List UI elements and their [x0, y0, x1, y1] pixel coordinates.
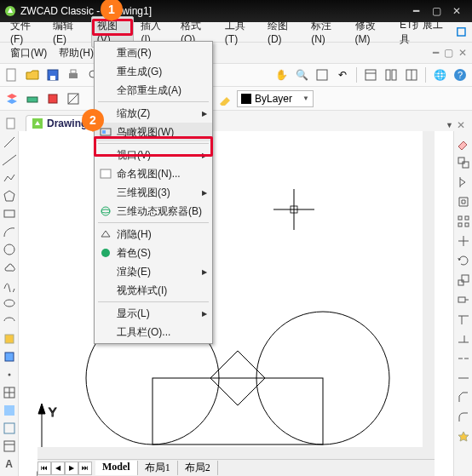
menu-hide[interactable]: 消隐(H) — [95, 225, 212, 244]
menu-file[interactable]: 文件(F) — [5, 17, 46, 47]
print-icon[interactable] — [65, 66, 82, 83]
tab-close-icon[interactable]: ✕ — [457, 119, 465, 131]
svg-rect-33 — [4, 210, 14, 217]
extend-tool-icon[interactable] — [455, 330, 472, 347]
make-block-icon[interactable] — [2, 349, 17, 364]
point-tool-icon[interactable] — [2, 367, 17, 382]
revcloud-tool-icon[interactable] — [2, 260, 17, 275]
spline-tool-icon[interactable] — [2, 278, 17, 293]
polyline-tool-icon[interactable] — [2, 170, 17, 186]
layout-tabstrip: ⏮ ◀ ▶ ⏭ Model 布局1 布局2 — [37, 459, 435, 476]
vertical-scrollbar[interactable] — [423, 131, 435, 447]
layout-tab-layout2[interactable]: 布局2 — [178, 461, 218, 475]
new-tab-icon[interactable] — [3, 116, 19, 131]
layout-tab-layout1[interactable]: 布局1 — [138, 461, 178, 475]
menu-3dview[interactable]: 三维视图(3)▶ — [95, 183, 212, 202]
mdi-minimize-button[interactable]: ━ — [433, 47, 439, 59]
polygon-tool-icon[interactable] — [2, 188, 17, 204]
designcenter-icon[interactable] — [383, 66, 400, 83]
menu-display[interactable]: 显示(L)▶ — [95, 304, 212, 323]
horizontal-scrollbar[interactable] — [37, 447, 435, 459]
new-icon[interactable] — [3, 66, 20, 83]
tab-nav-last-icon[interactable]: ⏭ — [78, 462, 92, 475]
join-tool-icon[interactable] — [455, 370, 472, 387]
gradient-tool-icon[interactable] — [2, 403, 17, 418]
tab-nav-next-icon[interactable]: ▶ — [65, 462, 78, 475]
zoom-window-icon[interactable] — [314, 66, 331, 83]
menu-extensions[interactable]: ET扩展工具 — [394, 16, 454, 49]
layout-tab-model[interactable]: Model — [95, 461, 138, 475]
mirror-tool-icon[interactable] — [455, 174, 472, 191]
xline-tool-icon[interactable] — [2, 152, 17, 168]
color-dropdown[interactable]: ByLayer ▼ — [237, 90, 314, 107]
menu-named-views[interactable]: 命名视图(N)... — [95, 164, 212, 183]
copy-tool-icon[interactable] — [455, 154, 472, 171]
chamfer-tool-icon[interactable] — [455, 389, 472, 406]
insert-block-icon[interactable] — [2, 331, 17, 347]
open-icon[interactable] — [24, 66, 41, 83]
array-tool-icon[interactable] — [455, 213, 472, 230]
erase-tool-icon[interactable] — [455, 135, 472, 152]
xref-icon[interactable] — [24, 90, 41, 107]
line-tool-icon[interactable] — [2, 135, 17, 150]
properties-icon[interactable] — [362, 66, 379, 83]
trim-tool-icon[interactable] — [455, 311, 472, 328]
svg-rect-43 — [4, 423, 14, 433]
drawing-canvas[interactable]: Y X ⏮ ◀ ▶ ⏭ Model 布局1 布局2 — [19, 131, 453, 476]
menu-zoom[interactable]: 缩放(Z)▶ — [95, 104, 212, 123]
menu-help[interactable]: 帮助(H) — [54, 44, 99, 62]
hatch-tool-icon[interactable] — [2, 385, 17, 400]
hatch-icon[interactable] — [65, 90, 82, 107]
svg-rect-2 — [7, 69, 15, 81]
calculator-icon[interactable]: 🌐 — [431, 66, 448, 83]
ellipse-tool-icon[interactable] — [2, 295, 17, 311]
menu-shade[interactable]: 着色(S) — [95, 244, 212, 262]
fillet-tool-icon[interactable] — [455, 409, 472, 426]
menu-redraw[interactable]: 重画(R) — [95, 43, 212, 62]
zoom-realtime-icon[interactable]: 🔍 — [293, 66, 310, 83]
text-tool-icon[interactable]: A — [2, 456, 17, 472]
arc-tool-icon[interactable] — [2, 224, 17, 239]
scale-tool-icon[interactable] — [455, 272, 472, 289]
help-icon[interactable]: ? — [452, 66, 469, 83]
explode-tool-icon[interactable] — [455, 428, 472, 445]
menu-draw[interactable]: 绘图(D) — [262, 17, 304, 47]
menu-tools[interactable]: 工具(T) — [220, 17, 261, 47]
menu-viewport[interactable]: 视口(V)▶ — [95, 146, 212, 164]
menu-visual-styles[interactable]: 视觉样式(I) — [95, 281, 212, 300]
toolpalette-icon[interactable] — [403, 66, 420, 83]
stretch-tool-icon[interactable] — [455, 291, 472, 308]
menu-regen[interactable]: 重生成(G) — [95, 62, 212, 81]
layer-manager-icon[interactable] — [3, 90, 20, 107]
menu-regen-all[interactable]: 全部重生成(A) — [95, 81, 212, 100]
menu-3dorbit[interactable]: 三维动态观察器(B) — [95, 202, 212, 221]
ellipsearc-tool-icon[interactable] — [2, 313, 17, 329]
offset-tool-icon[interactable] — [455, 193, 472, 210]
block-icon[interactable] — [44, 90, 61, 107]
menu-annotate[interactable]: 标注(N) — [306, 17, 348, 47]
rectangle-tool-icon[interactable] — [2, 206, 17, 221]
tab-dropdown-icon[interactable]: ▼ — [446, 121, 453, 129]
menu-birdseye[interactable]: 鸟瞰视图(W) — [95, 123, 212, 141]
menu-modify[interactable]: 修改(M) — [350, 17, 394, 47]
hide-icon — [98, 227, 113, 242]
menu-render[interactable]: 渲染(E)▶ — [95, 262, 212, 281]
zoom-prev-icon[interactable]: ↶ — [334, 66, 351, 83]
region-tool-icon[interactable] — [2, 421, 17, 436]
circle-tool-icon[interactable] — [2, 242, 17, 257]
table-tool-icon[interactable] — [2, 439, 17, 454]
move-tool-icon[interactable] — [455, 232, 472, 249]
break-tool-icon[interactable] — [455, 350, 472, 367]
pan-icon[interactable]: ✋ — [273, 66, 290, 83]
save-icon[interactable] — [44, 66, 61, 83]
mdi-maximize-button[interactable]: ▢ — [444, 47, 453, 59]
menu-window[interactable]: 窗口(W) — [5, 44, 52, 62]
menu-edit[interactable]: 编辑(E) — [48, 17, 89, 47]
menu-toolbars[interactable]: 工具栏(O)... — [95, 323, 212, 341]
tab-nav-first-icon[interactable]: ⏮ — [37, 462, 51, 475]
mdi-close-button[interactable]: ✕ — [458, 47, 467, 59]
ribbon-toggle-icon[interactable] — [456, 26, 467, 38]
matchprop-icon[interactable] — [216, 90, 233, 107]
rotate-tool-icon[interactable] — [455, 252, 472, 269]
tab-nav-prev-icon[interactable]: ◀ — [51, 462, 65, 475]
